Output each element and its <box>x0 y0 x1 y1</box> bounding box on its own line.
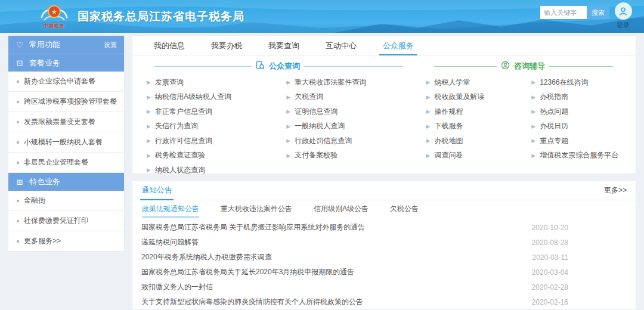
sidebar-special-item[interactable]: 社保费缴费凭证打印 <box>8 211 124 231</box>
main-tab[interactable]: 互动中心 <box>312 36 370 55</box>
sidebar-package-item[interactable]: 小规模转一般纳税人套餐 <box>8 132 124 153</box>
sidebar-item-label: 金融街 <box>24 196 45 206</box>
public-query-link[interactable]: ▶ 发票查询 <box>147 75 278 90</box>
chevron-right-icon: ▶ <box>286 123 290 129</box>
notices-title[interactable]: 通知公告 <box>141 181 172 200</box>
notice-tab[interactable]: 欠税公告 <box>390 201 419 217</box>
notice-row[interactable]: 国家税务总局江苏省税务局关于延长2020年3月纳税申报期限的通告 2020-03… <box>141 265 627 280</box>
notice-title-text: 致扣缴义务人的一封信 <box>141 282 532 292</box>
public-query-link[interactable]: ▶ 非正常户信息查询 <box>147 104 278 119</box>
notice-title-text: 递延纳税问题解答 <box>141 237 532 247</box>
public-query-link[interactable]: ▶ 失信行为查询 <box>147 119 278 134</box>
consult-link[interactable]: ▶ 调查问卷 <box>426 148 524 163</box>
notice-row[interactable]: 2020年税务系统纳税人办税缴费需求调查 2020-03-11 <box>141 250 627 265</box>
public-query-link[interactable]: ▶ 重大税收违法案件查询 <box>286 75 417 90</box>
divider-line <box>549 66 613 67</box>
notice-date: 2020-10-20 <box>532 224 568 232</box>
notice-row[interactable]: 国家税务总局江苏省税务局 关于机房搬迁影响应用系统对外服务的通告 2020-10… <box>141 220 627 235</box>
notices-more-link[interactable]: 更多>> <box>604 185 627 196</box>
link-label: 纳税人学堂 <box>434 78 470 88</box>
consult-link[interactable]: ▶ 操作规程 <box>426 104 524 119</box>
public-query-link[interactable]: ▶ 纳税人状态查询 <box>147 163 278 178</box>
chevron-right-icon: ▶ <box>426 79 431 85</box>
sidebar-special-item[interactable]: 金融街 <box>8 191 124 211</box>
login-button[interactable]: 登录 <box>610 2 636 30</box>
notice-tab[interactable]: 信用级别A级公告 <box>314 201 369 217</box>
link-label: 行政许可信息查询 <box>155 136 212 146</box>
public-query-link[interactable]: ▶ 一般纳税人查询 <box>286 119 417 134</box>
sidebar-package-label: 套餐业务 <box>29 58 60 69</box>
consult-link[interactable]: ▶ 办税地图 <box>426 134 524 148</box>
sidebar-package-item[interactable]: 跨区域涉税事项报验管理套餐 <box>8 92 124 112</box>
chevron-right-icon: ▶ <box>286 138 290 144</box>
consult-link[interactable]: ▶ 纳税人学堂 <box>426 75 524 90</box>
sidebar-item-special-business[interactable]: ⊞ 特色业务 <box>8 173 124 191</box>
more-services-label: 更多服务>> <box>24 236 61 246</box>
consult-link[interactable]: ▶ 热点问题 <box>531 104 628 119</box>
notice-date: 2020-03-04 <box>532 268 568 277</box>
public-query-link[interactable]: ▶ 行政处罚信息查询 <box>286 134 417 148</box>
sidebar-item-package-business[interactable]: ⊡ 套餐业务 <box>8 54 124 72</box>
svg-text:★: ★ <box>51 8 57 16</box>
public-query-link[interactable]: ▶ 支付备案校验 <box>286 148 417 163</box>
sidebar-package-item[interactable]: 新办企业综合申请套餐 <box>8 72 124 92</box>
notice-date: 2020-03-11 <box>532 253 569 262</box>
public-query-link[interactable]: ▶ 欠税查询 <box>286 90 417 105</box>
main-tab[interactable]: 我的信息 <box>141 36 198 55</box>
sidebar-more-services[interactable]: 更多服务>> <box>8 231 124 252</box>
chevron-right-icon: ▶ <box>531 123 535 129</box>
link-label: 欠税查询 <box>295 92 323 102</box>
notice-tab[interactable]: 重大税收违法案件公告 <box>221 201 292 217</box>
consult-link[interactable]: ▶ 下载服务 <box>426 119 524 134</box>
sidebar-package-item[interactable]: 非居民企业管理套餐 <box>8 153 124 173</box>
settings-link[interactable]: 设置 <box>104 41 117 49</box>
consult-link[interactable]: ▶ 12366在线咨询 <box>531 75 628 90</box>
notice-row[interactable]: 致扣缴义务人的一封信 2020-02-28 <box>141 280 627 294</box>
search-button[interactable]: 搜索 <box>587 6 609 19</box>
link-label: 纳税人状态查询 <box>155 165 205 175</box>
sidebar-package-item[interactable]: 发票限额票量变更套餐 <box>8 112 124 132</box>
public-query-link[interactable]: ▶ 纳税信用A级纳税人查询 <box>147 90 278 105</box>
divider-line <box>304 66 402 67</box>
chevron-right-icon: ▶ <box>531 108 535 114</box>
main-tab[interactable]: 我要查询 <box>255 36 312 55</box>
chevron-right-icon: ▶ <box>286 79 290 85</box>
public-query-link[interactable]: ▶ 证明信息查询 <box>286 104 417 119</box>
sidebar: ♡ 常用功能 设置 ⊡ 套餐业务 新办企业综合申请套餐 跨区域涉税事项报验管理套… <box>8 35 125 252</box>
consult-link[interactable]: ▶ 增值税发票综合服务平台 <box>531 148 628 163</box>
chevron-right-icon: ▶ <box>531 138 535 144</box>
notice-row[interactable]: 递延纳税问题解答 2020-08-28 <box>141 235 627 250</box>
public-query-link[interactable]: ▶ 行政许可信息查询 <box>147 134 278 148</box>
search-input[interactable] <box>540 6 587 19</box>
notice-row[interactable]: 关于支持新型冠状病毒感染的肺炎疫情防控有关个人所得税政策的公告 2020-02-… <box>141 294 627 309</box>
notice-title-text: 2020年税务系统纳税人办税缴费需求调查 <box>141 252 532 262</box>
sidebar-common-label: 常用功能 <box>29 39 60 50</box>
chevron-right-icon: ▶ <box>286 94 290 100</box>
chevron-right-icon: ▶ <box>531 79 535 85</box>
main-tab[interactable]: 公众服务 <box>370 36 427 55</box>
consult-link[interactable]: ▶ 税收政策及解读 <box>426 90 524 105</box>
sidebar-item-label: 跨区域涉税事项报验管理套餐 <box>24 97 117 107</box>
tax-emblem-icon: ★ <box>37 4 72 24</box>
link-label: 发票查询 <box>155 78 184 88</box>
notice-title-text: 国家税务总局江苏省税务局 关于机房搬迁影响应用系统对外服务的通告 <box>141 222 532 232</box>
login-label: 登录 <box>617 21 630 30</box>
bullet-icon <box>17 101 19 103</box>
bullet-icon <box>17 240 19 243</box>
chevron-right-icon: ▶ <box>531 94 535 100</box>
consult-icon <box>501 61 510 72</box>
link-label: 证明信息查询 <box>295 107 338 117</box>
consult-link[interactable]: ▶ 重点专题 <box>531 134 628 148</box>
main-tab[interactable]: 我要办税 <box>198 36 255 55</box>
sidebar-item-common-functions[interactable]: ♡ 常用功能 设置 <box>8 36 124 54</box>
chevron-right-icon: ▶ <box>147 138 151 144</box>
consult-link[interactable]: ▶ 办税指南 <box>531 90 628 105</box>
sidebar-item-label: 社保费缴费凭证打印 <box>24 216 88 226</box>
public-query-section: 公众查询 ▶ 发票查询 ▶ 纳税信用A级纳税人查询 <box>138 60 418 178</box>
public-query-link[interactable]: ▶ 税务检查证查验 <box>147 148 278 163</box>
consult-link[interactable]: ▶ 办税日历 <box>531 119 628 134</box>
notice-tab[interactable]: 政策法规通知公告 <box>142 201 199 217</box>
link-label: 办税指南 <box>540 92 568 102</box>
chevron-right-icon: ▶ <box>426 108 431 114</box>
link-label: 支付备案校验 <box>295 150 338 160</box>
